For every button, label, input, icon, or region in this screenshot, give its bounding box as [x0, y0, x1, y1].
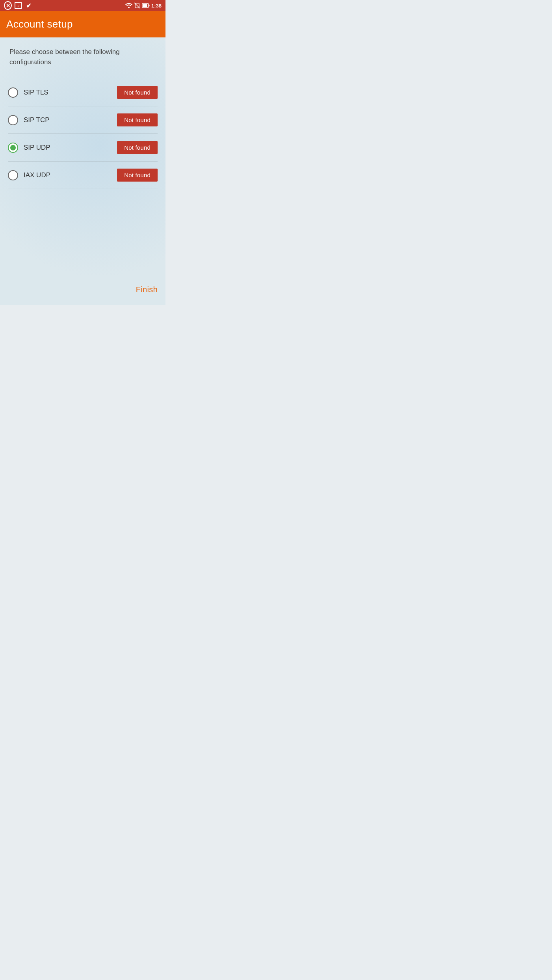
- svg-point-0: [128, 7, 130, 8]
- option-sip-udp[interactable]: SIP UDP Not found: [8, 134, 158, 161]
- close-icon: ✕: [4, 2, 12, 9]
- svg-rect-4: [149, 5, 149, 7]
- app-header: Account setup: [0, 11, 165, 37]
- no-sim-icon: [134, 2, 140, 9]
- status-bar: ✕ ↓ ✔ 1:38: [0, 0, 165, 11]
- page-title: Account setup: [6, 18, 159, 30]
- time-display: 1:38: [151, 3, 162, 9]
- finish-button[interactable]: Finish: [136, 285, 158, 294]
- radio-sip-udp[interactable]: [8, 143, 18, 153]
- check-icon: ✔: [24, 2, 32, 9]
- battery-icon: [142, 3, 150, 8]
- radio-sip-tls[interactable]: [8, 87, 18, 98]
- config-options-list: SIP TLS Not found SIP TCP Not found SIP …: [8, 79, 158, 189]
- download-icon: ↓: [14, 2, 22, 9]
- option-label-sip-tls: SIP TLS: [24, 89, 112, 97]
- status-badge-sip-udp: Not found: [117, 141, 158, 154]
- radio-sip-tcp[interactable]: [8, 115, 18, 125]
- svg-rect-5: [142, 4, 147, 7]
- status-badge-sip-tcp: Not found: [117, 113, 158, 126]
- page-description: Please choose between the following conf…: [8, 47, 158, 67]
- option-label-sip-udp: SIP UDP: [24, 144, 112, 152]
- option-iax-udp[interactable]: IAX UDP Not found: [8, 161, 158, 189]
- option-label-iax-udp: IAX UDP: [24, 171, 112, 179]
- option-label-sip-tcp: SIP TCP: [24, 116, 112, 124]
- main-content: Please choose between the following conf…: [0, 37, 165, 305]
- radio-iax-udp[interactable]: [8, 170, 18, 180]
- status-badge-iax-udp: Not found: [117, 169, 158, 182]
- option-sip-tls[interactable]: SIP TLS Not found: [8, 79, 158, 106]
- status-badge-sip-tls: Not found: [117, 86, 158, 99]
- option-sip-tcp[interactable]: SIP TCP Not found: [8, 106, 158, 134]
- wifi-icon: [125, 3, 132, 8]
